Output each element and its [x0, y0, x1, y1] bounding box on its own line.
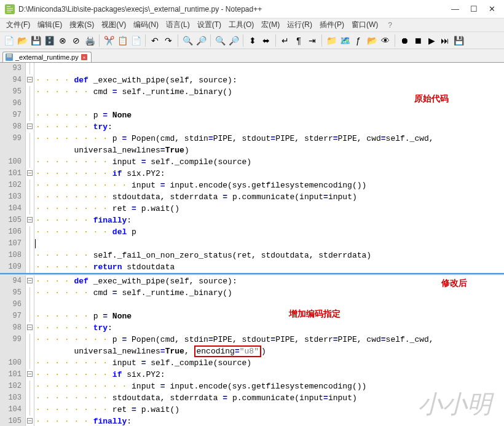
separator: [395, 34, 395, 47]
code-line[interactable]: · · · · · · · · if six.PY2:: [34, 369, 504, 381]
code-line[interactable]: · · · · · · · · stdoutdata, stderrdata =…: [34, 191, 504, 203]
code-line[interactable]: · · · · · · · · stdoutdata, stderrdata =…: [34, 392, 504, 404]
fold-minus-icon[interactable]: [27, 77, 33, 82]
svg-rect-2: [7, 8, 13, 9]
menu-macro[interactable]: 宏(M): [258, 20, 283, 30]
print-icon[interactable]: 🖨️: [84, 34, 96, 47]
editor-area[interactable]: 原始代码 93 94· · · · def _exec_with_pipe(se…: [0, 63, 504, 426]
cut-icon[interactable]: ✂️: [103, 34, 115, 47]
maximize-button[interactable]: ☐: [470, 4, 478, 14]
sync-h-icon[interactable]: ⬌: [260, 34, 272, 47]
open-file-icon[interactable]: 📂: [16, 34, 28, 47]
code-line[interactable]: · · · · · · · · · · input = input.encode…: [34, 179, 504, 191]
zoom-in-icon[interactable]: 🔍: [214, 34, 226, 47]
code-line[interactable]: · · · · · · · · del p: [34, 226, 504, 238]
undo-icon[interactable]: ↶: [149, 34, 161, 47]
tab-close-icon[interactable]: ×: [81, 54, 87, 60]
sync-v-icon[interactable]: ⬍: [246, 34, 259, 47]
code-line[interactable]: · · · · · · return stdoutdata: [34, 261, 504, 273]
record-icon[interactable]: ⏺: [398, 34, 411, 47]
play-icon[interactable]: ▶: [425, 34, 438, 47]
line-number: 104: [0, 203, 26, 215]
find-icon[interactable]: 🔍: [181, 34, 194, 47]
monitor-icon[interactable]: 👁: [379, 34, 392, 47]
save-all-icon[interactable]: 🗄️: [43, 34, 55, 47]
code-line[interactable]: · · · · · · · · p = Popen(cmd, stdin=PIP…: [34, 334, 504, 345]
menu-file[interactable]: 文件(F): [2, 20, 34, 30]
play-multi-icon[interactable]: ⏭: [439, 34, 451, 47]
save-macro-icon[interactable]: 💾: [452, 34, 465, 47]
wordwrap-icon[interactable]: ↵: [279, 34, 291, 47]
close-icon[interactable]: ⊗: [57, 34, 69, 47]
separator: [275, 34, 276, 47]
folder-workspace-icon[interactable]: 📂: [366, 34, 378, 47]
line-number: 94: [0, 74, 26, 86]
menu-view[interactable]: 视图(V): [98, 20, 130, 30]
line-number: 98: [0, 121, 26, 133]
code-line[interactable]: · · · · · · finally:: [34, 215, 504, 226]
code-line[interactable]: · · · · · · p = None: [34, 310, 504, 322]
fold-minus-icon[interactable]: [27, 170, 33, 176]
zoom-out-icon[interactable]: 🔎: [227, 34, 240, 47]
code-line[interactable]: universal_newlines=True, encoding="u8"): [34, 345, 504, 357]
code-line[interactable]: · · · · · · · · input = self._compile(so…: [34, 357, 504, 369]
menu-run[interactable]: 运行(R): [283, 20, 316, 30]
code-line[interactable]: · · · · · · try:: [34, 322, 504, 334]
menu-search[interactable]: 搜索(S): [66, 20, 98, 30]
code-line[interactable]: · · · · · · · · · · input = input.encode…: [34, 381, 504, 392]
fold-minus-icon[interactable]: [27, 325, 33, 330]
menu-encoding[interactable]: 编码(N): [130, 20, 162, 30]
redo-icon[interactable]: ↷: [162, 34, 175, 47]
doc-map-icon[interactable]: 🗺️: [339, 34, 351, 47]
fold-minus-icon[interactable]: [27, 418, 33, 424]
stop-icon[interactable]: ⏹: [412, 34, 424, 47]
separator: [145, 34, 146, 47]
code-line[interactable]: · · · · · · · · if six.PY2:: [34, 168, 504, 179]
show-all-icon[interactable]: ¶: [293, 34, 305, 47]
menu-language[interactable]: 语言(L): [162, 20, 194, 30]
file-tab[interactable]: _external_runtime.py ×: [2, 52, 92, 62]
code-line[interactable]: · · · · · · cmd = self._runtime._binary(…: [34, 287, 504, 299]
close-all-icon[interactable]: ⊘: [70, 34, 82, 47]
menu-tools[interactable]: 工具(O): [225, 20, 258, 30]
paste-icon[interactable]: 📄: [130, 34, 142, 47]
menu-help[interactable]: ?: [384, 21, 396, 30]
code-line[interactable]: · · · · · · cmd = self._runtime._binary(…: [34, 86, 504, 98]
code-line[interactable]: · · · · def _exec_with_pipe(self, source…: [34, 74, 504, 86]
copy-icon[interactable]: 📋: [116, 34, 128, 47]
code-line[interactable]: · · · · · · self._fail_on_non_zero_statu…: [34, 250, 504, 261]
fold-minus-icon[interactable]: [27, 371, 33, 377]
caret-icon: [35, 239, 36, 248]
fold-minus-icon[interactable]: [27, 217, 33, 223]
line-number: 102: [0, 381, 26, 392]
menu-plugins[interactable]: 插件(P): [316, 20, 348, 30]
code-line[interactable]: · · · · · · · · p = Popen(cmd, stdin=PIP…: [34, 133, 504, 144]
svg-rect-0: [5, 4, 15, 14]
menu-settings[interactable]: 设置(T): [194, 20, 225, 30]
replace-icon[interactable]: 🔎: [195, 34, 207, 47]
code-line[interactable]: · · · · · · · · ret = p.wait(): [34, 404, 504, 416]
code-line[interactable]: · · · · · · · · ret = p.wait(): [34, 203, 504, 215]
code-line[interactable]: universal_newlines=True): [34, 144, 504, 156]
func-list-icon[interactable]: ƒ: [352, 34, 364, 47]
indent-icon[interactable]: ⇥: [306, 34, 318, 47]
minimize-button[interactable]: —: [451, 4, 459, 14]
menu-window[interactable]: 窗口(W): [348, 20, 382, 30]
menu-edit[interactable]: 编辑(E): [34, 20, 66, 30]
upper-pane: 93 94· · · · def _exec_with_pipe(self, s…: [0, 63, 504, 273]
close-button[interactable]: ✕: [489, 4, 495, 14]
code-line[interactable]: · · · · · · try:: [34, 121, 504, 133]
folder-icon[interactable]: 📁: [325, 34, 337, 47]
code-line[interactable]: · · · · · · p = None: [34, 109, 504, 121]
save-icon[interactable]: 💾: [30, 34, 42, 47]
new-file-icon[interactable]: 📄: [2, 34, 15, 47]
line-number: 93: [0, 63, 26, 74]
code-line[interactable]: · · · · def _exec_with_pipe(self, source…: [34, 275, 504, 287]
code-line[interactable]: [34, 238, 504, 250]
fold-minus-icon[interactable]: [27, 124, 33, 129]
titlebar: D:\Miniconda3\Lib\site-packages\execjs\_…: [0, 0, 504, 18]
fold-minus-icon[interactable]: [27, 278, 33, 283]
line-number: 109: [0, 261, 26, 273]
code-line[interactable]: · · · · · · finally:: [34, 416, 504, 426]
code-line[interactable]: · · · · · · · · input = self._compile(so…: [34, 156, 504, 168]
